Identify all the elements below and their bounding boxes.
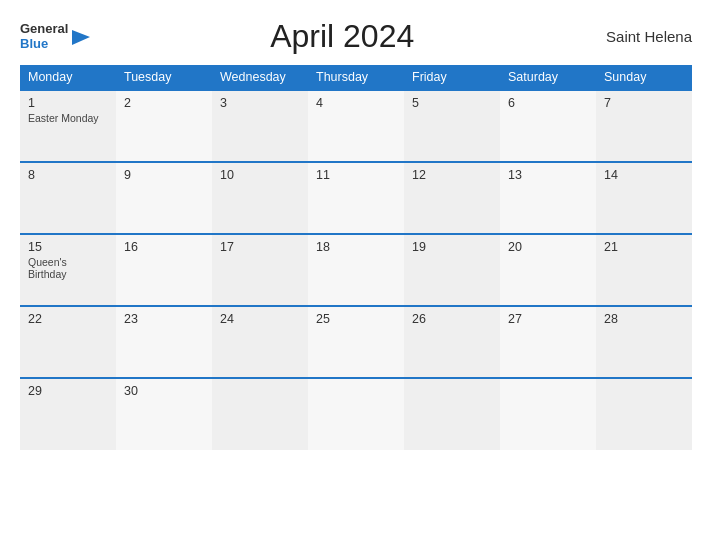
calendar-day-cell	[212, 378, 308, 450]
calendar-day-cell	[308, 378, 404, 450]
day-number: 12	[412, 168, 492, 182]
calendar-day-cell: 26	[404, 306, 500, 378]
calendar-day-cell: 2	[116, 90, 212, 162]
logo-blue: Blue	[20, 37, 68, 51]
day-number: 7	[604, 96, 684, 110]
calendar-header-row: Monday Tuesday Wednesday Thursday Friday…	[20, 65, 692, 90]
calendar-page: General Blue April 2024 Saint Helena Mon…	[0, 0, 712, 550]
calendar-table: Monday Tuesday Wednesday Thursday Friday…	[20, 65, 692, 450]
day-number: 27	[508, 312, 588, 326]
col-tuesday: Tuesday	[116, 65, 212, 90]
calendar-day-cell: 25	[308, 306, 404, 378]
calendar-day-cell: 6	[500, 90, 596, 162]
logo: General Blue	[20, 22, 92, 51]
calendar-day-cell: 1Easter Monday	[20, 90, 116, 162]
col-saturday: Saturday	[500, 65, 596, 90]
calendar-day-cell: 20	[500, 234, 596, 306]
calendar-day-cell: 16	[116, 234, 212, 306]
day-number: 24	[220, 312, 300, 326]
calendar-week-row: 2930	[20, 378, 692, 450]
logo-flag-icon	[70, 26, 92, 48]
day-number: 3	[220, 96, 300, 110]
calendar-week-row: 15Queen's Birthday161718192021	[20, 234, 692, 306]
day-number: 15	[28, 240, 108, 254]
calendar-day-cell: 21	[596, 234, 692, 306]
calendar-day-cell: 8	[20, 162, 116, 234]
header: General Blue April 2024 Saint Helena	[20, 18, 692, 55]
day-event: Queen's Birthday	[28, 256, 108, 280]
day-number: 30	[124, 384, 204, 398]
day-number: 1	[28, 96, 108, 110]
logo-general: General	[20, 22, 68, 36]
calendar-day-cell: 23	[116, 306, 212, 378]
calendar-day-cell: 4	[308, 90, 404, 162]
calendar-day-cell: 28	[596, 306, 692, 378]
svg-marker-0	[72, 30, 90, 45]
calendar-day-cell	[404, 378, 500, 450]
page-title: April 2024	[92, 18, 592, 55]
day-number: 21	[604, 240, 684, 254]
day-number: 13	[508, 168, 588, 182]
col-thursday: Thursday	[308, 65, 404, 90]
calendar-day-cell: 17	[212, 234, 308, 306]
calendar-day-cell: 18	[308, 234, 404, 306]
day-number: 26	[412, 312, 492, 326]
calendar-day-cell	[500, 378, 596, 450]
day-number: 9	[124, 168, 204, 182]
calendar-day-cell: 5	[404, 90, 500, 162]
day-number: 18	[316, 240, 396, 254]
calendar-day-cell	[596, 378, 692, 450]
day-number: 11	[316, 168, 396, 182]
day-number: 2	[124, 96, 204, 110]
day-number: 5	[412, 96, 492, 110]
region-label: Saint Helena	[592, 28, 692, 45]
calendar-week-row: 891011121314	[20, 162, 692, 234]
day-number: 14	[604, 168, 684, 182]
calendar-day-cell: 9	[116, 162, 212, 234]
day-number: 17	[220, 240, 300, 254]
day-number: 4	[316, 96, 396, 110]
day-number: 19	[412, 240, 492, 254]
calendar-day-cell: 29	[20, 378, 116, 450]
calendar-day-cell: 19	[404, 234, 500, 306]
logo-text: General Blue	[20, 22, 68, 51]
calendar-week-row: 1Easter Monday234567	[20, 90, 692, 162]
day-number: 6	[508, 96, 588, 110]
calendar-day-cell: 10	[212, 162, 308, 234]
day-number: 28	[604, 312, 684, 326]
day-number: 23	[124, 312, 204, 326]
col-friday: Friday	[404, 65, 500, 90]
calendar-day-cell: 24	[212, 306, 308, 378]
calendar-day-cell: 7	[596, 90, 692, 162]
calendar-day-cell: 27	[500, 306, 596, 378]
day-event: Easter Monday	[28, 112, 108, 124]
col-wednesday: Wednesday	[212, 65, 308, 90]
calendar-week-row: 22232425262728	[20, 306, 692, 378]
calendar-day-cell: 22	[20, 306, 116, 378]
day-number: 10	[220, 168, 300, 182]
calendar-day-cell: 3	[212, 90, 308, 162]
day-number: 16	[124, 240, 204, 254]
day-number: 20	[508, 240, 588, 254]
calendar-day-cell: 12	[404, 162, 500, 234]
calendar-day-cell: 14	[596, 162, 692, 234]
day-number: 8	[28, 168, 108, 182]
col-monday: Monday	[20, 65, 116, 90]
calendar-day-cell: 15Queen's Birthday	[20, 234, 116, 306]
day-number: 22	[28, 312, 108, 326]
day-number: 29	[28, 384, 108, 398]
calendar-day-cell: 11	[308, 162, 404, 234]
calendar-day-cell: 13	[500, 162, 596, 234]
calendar-day-cell: 30	[116, 378, 212, 450]
col-sunday: Sunday	[596, 65, 692, 90]
day-number: 25	[316, 312, 396, 326]
